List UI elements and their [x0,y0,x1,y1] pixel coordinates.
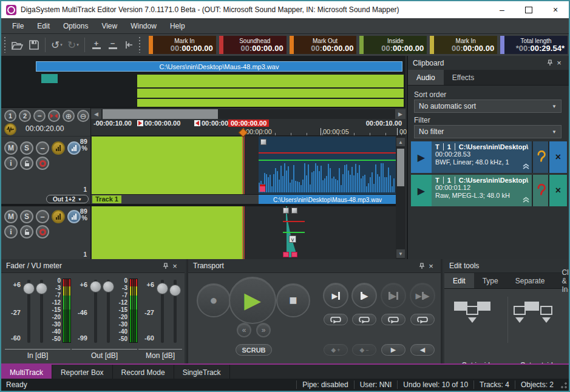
overview-clip-track2[interactable] [41,74,58,83]
loop-button[interactable] [352,314,376,325]
prelisten-ear-icon[interactable] [532,175,548,206]
track1-selection-block[interactable] [92,137,243,194]
clip-marker-icon[interactable] [260,184,265,192]
scroll-up-icon[interactable]: ▲ [396,138,405,146]
overview-region[interactable] [137,88,404,98]
track1-clip-filename[interactable]: C:\Users\nin\Desktop\Maus-48.mp3.wav [259,195,396,204]
cut-inside-tool[interactable]: Cut inside [450,293,505,354]
toolbar-grip[interactable] [4,37,7,53]
track2-solo-button[interactable]: S [20,210,33,223]
timeline-scrollbar-thumb[interactable] [103,109,218,119]
expand-icon[interactable] [522,161,530,172]
redo-button[interactable]: ↻▾ [65,37,81,53]
track2-pan-blue-icon[interactable] [67,210,81,223]
tab-effects[interactable]: Effects [444,70,483,85]
cut-outside-tool[interactable]: Cut outside [511,293,566,354]
play-from-mark-button[interactable]: ▶ [351,283,377,308]
track2-fade-object[interactable]: v [282,206,310,259]
track1-mute-button[interactable]: M [4,141,18,155]
pin-icon[interactable] [546,59,554,67]
overview-clip-track1[interactable]: C:\Users\nin\Desktop\Maus-48.mp3.wav [36,61,402,72]
tab-clip-insert[interactable]: Clip & In [553,273,570,288]
fader-knob[interactable] [90,281,101,292]
menu-view[interactable]: View [95,19,123,33]
loop-button[interactable] [324,314,348,325]
play-button[interactable]: ▶ [229,277,276,324]
track2-lane[interactable]: v [91,206,396,259]
resize-grip[interactable] [559,380,568,389]
remove-item-icon[interactable]: × [548,175,567,206]
tab-separate[interactable]: Separate [507,273,554,288]
goto-marker-button[interactable] [121,37,137,53]
open-file-icon[interactable] [9,37,25,53]
track1-solo-button[interactable]: S [20,141,33,155]
track1-pan-blue-icon[interactable] [67,141,81,155]
play-around-mark-button[interactable]: ▶▶ [410,283,435,308]
undo-button[interactable]: ↺▾ [49,37,65,53]
overview-region[interactable] [137,74,404,87]
track-vertical-scrollbar[interactable]: ▲ ▼ [396,137,405,259]
stop-button[interactable]: ■ [276,283,310,317]
fader-knob[interactable] [23,283,35,294]
track1-output-select[interactable]: Out 1+2▼ [46,195,89,203]
zoom-preset-1-button[interactable]: 1 [4,110,16,122]
fade-marker-icon[interactable] [291,252,297,257]
track2-gain-gold-icon[interactable] [52,210,65,223]
menu-options[interactable]: Options [57,19,94,33]
timeline-scrollbar[interactable]: ◀ ▶ [91,109,405,119]
remove-marker-button[interactable]: ◆− [352,344,376,356]
clipboard-item[interactable]: ▶ T1C:\Users\nin\Desktop\ 00:00:28.53 BW… [411,141,567,173]
tab-audio[interactable]: Audio [408,70,444,85]
track1-audio-clip[interactable] [259,137,396,194]
track1-lock-button[interactable] [20,157,33,170]
play-to-mark-button[interactable]: ▶ [323,283,348,308]
waveform-zoom-button[interactable] [4,123,16,135]
remove-item-icon[interactable]: × [548,141,567,173]
tab-record-mode[interactable]: Record Mode [113,365,174,380]
prev-marker-button[interactable]: ◀ [410,344,435,356]
tab-reporter-box[interactable]: Reporter Box [52,365,113,380]
track2-minimize-button[interactable]: − [36,210,49,223]
tab-singletrack[interactable]: SingleTrack [174,365,230,380]
fade-handle-icon[interactable] [283,208,289,214]
scroll-right-icon[interactable]: ▶ [395,109,405,119]
close-icon[interactable]: × [554,59,564,67]
clipboard-item[interactable]: ▶ T1C:\Users\nin\Desktop\ 00:00:01.12 Ra… [411,175,567,206]
fader-knob[interactable] [169,285,181,296]
track2-info-button[interactable]: i [4,225,18,238]
overview-region[interactable] [137,98,404,107]
menu-help[interactable]: Help [164,19,191,33]
add-track-button[interactable]: + [88,37,104,53]
play-between-marks-button[interactable]: ▶ [381,283,406,308]
pin-icon[interactable] [418,262,426,270]
minimize-button[interactable]: – [489,1,515,18]
menu-window[interactable]: Window [124,19,163,33]
close-button[interactable]: × [542,1,569,18]
menu-file[interactable]: File [6,19,30,33]
filter-select[interactable]: No filter▼ [414,125,562,138]
fade-volume-handle[interactable]: v [289,235,296,243]
pin-icon[interactable] [161,262,170,270]
scroll-left-icon[interactable]: ◀ [91,109,101,119]
scroll-down-icon[interactable]: ▼ [396,249,405,258]
sort-order-select[interactable]: No automatic sort▼ [414,100,562,113]
scrub-button[interactable]: SCRUB [236,344,272,356]
ruler-ticks[interactable]: 00:00:00 00:00:05 00: [91,128,405,136]
fade-marker-icon[interactable] [283,252,289,257]
track1-name-chip[interactable]: Track 1 [92,195,121,203]
play-icon[interactable]: ▶ [411,175,432,206]
maximize-button[interactable] [515,1,542,18]
track2-mute-button[interactable]: M [4,210,18,223]
remove-track-button[interactable]: − [104,37,121,53]
zoom-preset-2-button[interactable]: 2 [19,110,31,122]
collapse-button[interactable]: − [33,110,46,122]
close-icon[interactable]: × [170,262,180,270]
tab-edit[interactable]: Edit [444,273,474,288]
toolbar-grip[interactable] [139,37,142,53]
skip-back-button[interactable]: « [237,323,251,337]
track1-lane[interactable] [91,137,396,194]
loop-button[interactable] [381,314,405,325]
skip-forward-button[interactable]: » [256,323,271,337]
track1-gain-gold-icon[interactable] [52,141,65,155]
track2-selection-block[interactable] [92,206,243,259]
